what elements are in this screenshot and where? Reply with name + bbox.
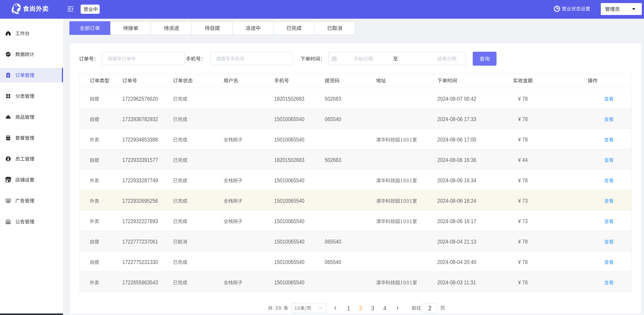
- svg-text:AD: AD: [7, 199, 10, 202]
